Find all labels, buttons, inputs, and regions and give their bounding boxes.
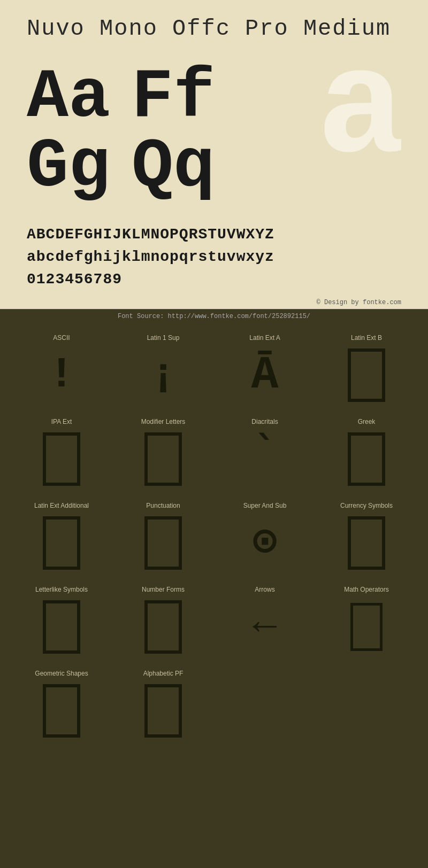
glyph-label-latinextadd: Latin Ext Additional — [34, 502, 89, 509]
specimen-qq: Qq — [132, 133, 215, 202]
specimen-large-a: a — [317, 52, 401, 186]
glyph-label-latinextb: Latin Ext B — [351, 334, 382, 342]
glyph-cell-diacriticals: Diacritals ˋ — [214, 413, 316, 497]
glyph-char-diacriticals: ˋ — [257, 430, 273, 489]
glyph-cell-punctuation: Punctuation — [112, 497, 214, 580]
rect-numberforms — [144, 600, 182, 654]
glyph-cell-latinextadd: Latin Ext Additional — [11, 497, 112, 580]
glyph-label-modletters: Modifier Letters — [141, 418, 186, 425]
glyph-char-mathoperators — [350, 598, 383, 656]
alphabet-section: ABCDEFGHIJKLMNOPQRSTUVWXYZ abcdefghijklm… — [0, 213, 428, 296]
glyph-label-punctuation: Punctuation — [146, 502, 180, 509]
specimen-letters-left: Aa Ff Gg Qq — [27, 63, 215, 202]
copyright: © Design by fontke.com — [0, 296, 428, 309]
glyph-label-alphabeticpf: Alphabetic PF — [143, 670, 184, 677]
glyph-cell-ascii: ASCII ! — [11, 329, 112, 413]
glyph-label-arrows: Arrows — [255, 586, 274, 593]
glyph-char-ascii: ! — [49, 346, 74, 405]
glyph-cell-alphabeticpf: Alphabetic PF — [112, 664, 214, 748]
rect-latinextb — [348, 348, 385, 402]
glyph-char-geoshapes — [43, 681, 80, 740]
glyph-label-diacriticals: Diacritals — [251, 418, 278, 425]
glyph-label-mathoperators: Math Operators — [344, 586, 388, 593]
glyph-label-superandsub: Super And Sub — [243, 502, 287, 509]
specimen-row-1: Aa Ff — [27, 63, 215, 133]
glyph-cell-latinexta: Latin Ext A Ā — [214, 329, 316, 413]
glyph-char-letterlike — [43, 598, 80, 656]
glyph-cell-arrows: Arrows ← — [214, 580, 316, 664]
glyph-cell-greek: Greek — [316, 413, 417, 497]
glyph-char-numberforms — [144, 598, 182, 656]
glyph-cell-mathoperators: Math Operators — [316, 580, 417, 664]
glyph-char-currencysymbols — [348, 514, 385, 572]
glyph-char-latin1sup: ¡ — [150, 346, 176, 405]
digits: 0123456789 — [27, 268, 401, 291]
glyph-label-greek: Greek — [358, 418, 376, 425]
glyph-label-latin1sup: Latin 1 Sup — [147, 334, 180, 342]
top-section: Nuvo Mono Offc Pro Medium Aa Ff Gg Qq a — [0, 0, 428, 213]
glyph-cell-geoshapes: Geometric Shapes — [11, 664, 112, 748]
glyph-cell-ipaext: IPA Ext — [11, 413, 112, 497]
rect-latinextadd — [43, 516, 80, 570]
glyph-cell-latin1sup: Latin 1 Sup ¡ — [112, 329, 214, 413]
glyph-char-latinexta: Ā — [251, 346, 278, 405]
glyph-label-ascii: ASCII — [53, 334, 70, 342]
glyph-char-latinextb — [348, 346, 385, 405]
alphabet-lower: abcdefghijklmnopqrstuvwxyz — [27, 246, 401, 268]
glyph-char-superandsub: ⊙ — [253, 514, 277, 572]
glyph-grid: ASCII ! Latin 1 Sup ¡ Latin Ext A Ā Lati… — [0, 323, 428, 754]
specimen-aa: Aa — [27, 63, 110, 133]
specimen-gg: Gg — [27, 133, 110, 202]
glyph-label-geoshapes: Geometric Shapes — [35, 670, 88, 677]
rect-modletters — [144, 432, 182, 486]
glyph-cell-letterlike: Letterlike Symbols — [11, 580, 112, 664]
glyph-cell-superandsub: Super And Sub ⊙ — [214, 497, 316, 580]
rect-letterlike — [43, 600, 80, 654]
glyph-char-greek — [348, 430, 385, 489]
glyph-char-arrows: ← — [253, 598, 277, 656]
glyph-char-latinextadd — [43, 514, 80, 572]
glyph-cell-currencysymbols: Currency Symbols — [316, 497, 417, 580]
font-title: Nuvo Mono Offc Pro Medium — [27, 16, 401, 42]
glyph-label-ipaext: IPA Ext — [51, 418, 72, 425]
glyph-label-letterlike: Letterlike Symbols — [35, 586, 88, 593]
rect-alphabeticpf — [144, 684, 182, 738]
alphabet-upper: ABCDEFGHIJKLMNOPQRSTUVWXYZ — [27, 223, 401, 246]
glyph-label-latinexta: Latin Ext A — [249, 334, 280, 342]
rect-punctuation — [144, 516, 182, 570]
glyph-label-currencysymbols: Currency Symbols — [340, 502, 393, 509]
rect-mathoperators — [350, 603, 383, 651]
specimen-display: Aa Ff Gg Qq a — [27, 52, 401, 202]
specimen-ff: Ff — [132, 63, 215, 133]
specimen-row-2: Gg Qq — [27, 133, 215, 202]
rect-greek — [348, 432, 385, 486]
rect-currencysymbols — [348, 516, 385, 570]
glyph-label-numberforms: Number Forms — [142, 586, 185, 593]
glyph-cell-numberforms: Number Forms — [112, 580, 214, 664]
rect-ipaext — [43, 432, 80, 486]
glyph-char-ipaext — [43, 430, 80, 489]
glyph-cell-latinextb: Latin Ext B — [316, 329, 417, 413]
glyph-cell-empty2 — [316, 664, 417, 748]
rect-geoshapes — [43, 684, 80, 738]
glyph-cell-empty1 — [214, 664, 316, 748]
glyph-char-alphabeticpf — [144, 681, 182, 740]
glyph-char-punctuation — [144, 514, 182, 572]
glyph-char-modletters — [144, 430, 182, 489]
source-line: Font Source: http://www.fontke.com/font/… — [0, 309, 428, 323]
glyph-cell-modletters: Modifier Letters — [112, 413, 214, 497]
